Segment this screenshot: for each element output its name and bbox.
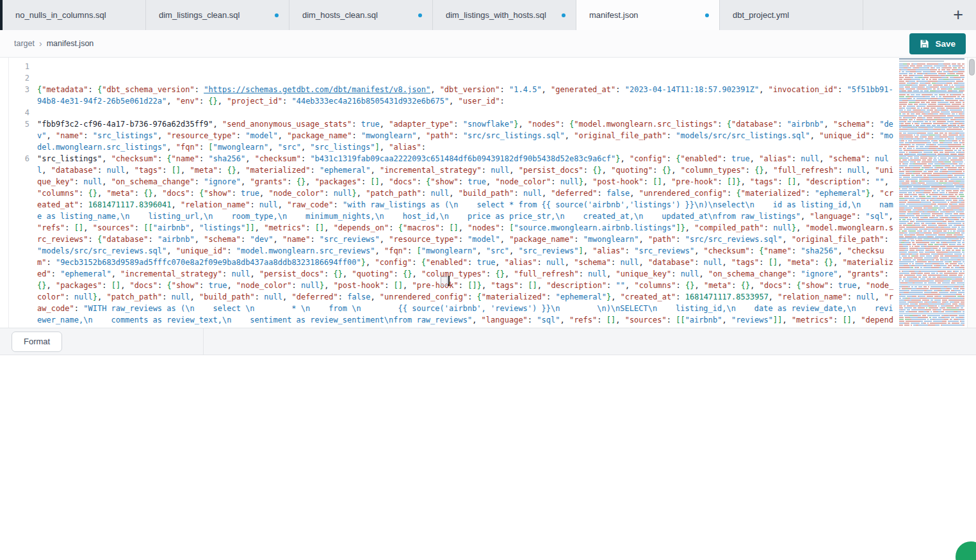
code-line[interactable]: 1	[9, 61, 898, 72]
tab-dim_hosts_clean.sql[interactable]: dim_hosts_clean.sql	[289, 0, 433, 30]
code-line[interactable]: 6"src_listings", "checksum": {"name": "s…	[9, 153, 898, 328]
editor-footer-bar: Format	[0, 328, 976, 355]
chat-widget-button[interactable]	[956, 541, 976, 560]
code-lines[interactable]: 123{"metadata": {"dbt_schema_version": "…	[9, 58, 898, 328]
code-line[interactable]: 5"fbb9f3c2-cf96-4a17-b736-976a62d35ff9",…	[9, 118, 898, 153]
code-editor[interactable]: 123{"metadata": {"dbt_schema_version": "…	[0, 58, 976, 328]
unsaved-dot-icon[interactable]	[418, 13, 422, 17]
tab-label: dbt_project.yml	[733, 10, 789, 20]
tab-no_nulls_in_columns.sql[interactable]: no_nulls_in_columns.sql	[3, 0, 146, 30]
text-cursor	[448, 276, 450, 286]
code-line[interactable]: 4	[9, 107, 898, 118]
breadcrumb-folder: target	[14, 39, 35, 48]
tab-label: manifest.json	[589, 10, 638, 20]
code-line[interactable]: 3{"metadata": {"dbt_schema_version": "ht…	[9, 84, 898, 107]
tab-label: no_nulls_in_columns.sql	[15, 10, 106, 20]
tab-dim_listings_with_hosts.sql[interactable]: dim_listings_with_hosts.sql	[433, 0, 576, 30]
tab-label: dim_listings_clean.sql	[159, 10, 240, 20]
line-text: "fbb9f3c2-cf96-4a17-b736-976a62d35ff9", …	[37, 118, 898, 153]
line-number: 4	[9, 107, 37, 118]
scrollbar-thumb[interactable]	[969, 59, 975, 76]
results-pane	[0, 355, 976, 532]
line-number: 5	[9, 118, 37, 153]
breadcrumb: target › manifest.json	[14, 38, 94, 49]
pane-divider	[203, 328, 204, 355]
scrollbar[interactable]	[967, 58, 976, 328]
minimap[interactable]	[898, 58, 967, 328]
editor-left-strip	[0, 58, 9, 328]
tab-manifest.json[interactable]: manifest.json	[576, 0, 720, 30]
tab-dim_listings_clean.sql[interactable]: dim_listings_clean.sql	[146, 0, 289, 30]
line-text	[37, 107, 898, 118]
chevron-right-icon: ›	[39, 38, 42, 49]
line-number: 3	[9, 84, 37, 107]
save-button[interactable]: Save	[909, 33, 966, 54]
matching-bracket-highlight	[441, 276, 448, 286]
code-line[interactable]: 2	[9, 72, 898, 84]
tabs-container: no_nulls_in_columns.sqldim_listings_clea…	[3, 0, 863, 30]
tab-label: dim_listings_with_hosts.sql	[446, 10, 546, 20]
add-tab-button[interactable]: +	[949, 6, 967, 24]
unsaved-dot-icon[interactable]	[275, 13, 279, 17]
line-text: {"metadata": {"dbt_schema_version": "htt…	[37, 84, 898, 107]
tab-bar: no_nulls_in_columns.sqldim_listings_clea…	[0, 0, 976, 30]
unsaved-dot-icon[interactable]	[705, 13, 709, 17]
line-text	[37, 61, 898, 72]
format-button[interactable]: Format	[12, 332, 62, 352]
line-number: 1	[9, 61, 37, 72]
line-number: 2	[9, 72, 37, 84]
unsaved-dot-icon[interactable]	[562, 13, 565, 17]
save-button-label: Save	[935, 39, 956, 49]
app: no_nulls_in_columns.sqldim_listings_clea…	[0, 0, 976, 560]
breadcrumb-bar: target › manifest.json Save	[0, 30, 976, 58]
tab-dbt_project.yml[interactable]: dbt_project.yml	[720, 0, 863, 30]
save-icon	[920, 39, 929, 49]
line-number: 6	[9, 153, 37, 328]
minimap-wrap	[898, 58, 967, 328]
tab-label: dim_hosts_clean.sql	[302, 10, 378, 20]
line-text: "src_listings", "checksum": {"name": "sh…	[37, 153, 898, 328]
line-text	[37, 72, 898, 84]
breadcrumb-file: manifest.json	[47, 39, 94, 48]
